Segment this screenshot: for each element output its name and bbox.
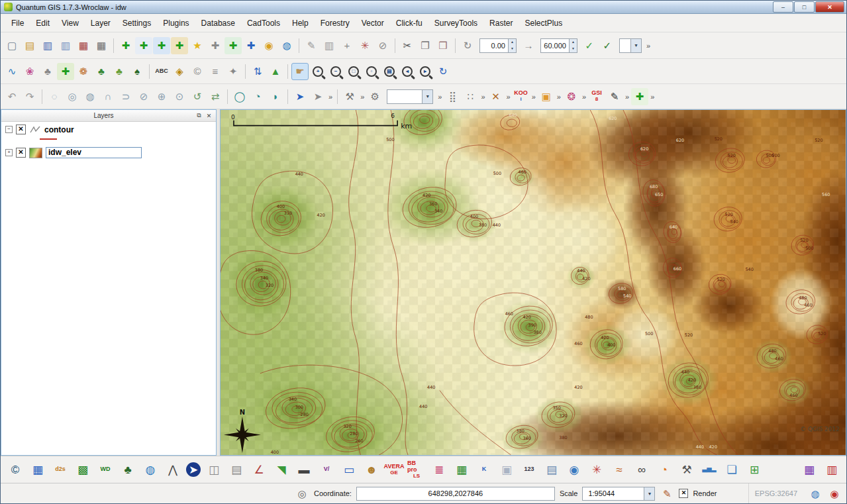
menu-layer[interactable]: Layer <box>85 16 116 30</box>
menu-cadtools[interactable]: CadTools <box>242 16 285 30</box>
stats-chart-icon[interactable]: ▃▅▂ <box>700 460 719 479</box>
forest-plugin-icon[interactable]: ♣ <box>119 460 137 479</box>
add-oracle-layer-icon[interactable]: ◉ <box>260 37 277 54</box>
blue-box-icon[interactable]: ❏ <box>722 460 741 479</box>
merge-features-icon[interactable]: ⊕ <box>153 88 170 105</box>
zoom-out-tool[interactable]: − <box>327 63 344 80</box>
save-project-as-icon[interactable]: ▥ <box>57 37 74 54</box>
cad-distance-spinbox[interactable]: 60.000▲▼ <box>540 38 577 53</box>
profile-ruler-icon[interactable]: ∠ <box>250 460 268 479</box>
rainbow-stack-icon[interactable]: ≣ <box>430 460 448 479</box>
point-pattern-icon[interactable]: ∷ <box>462 88 479 105</box>
raster-calculator-icon[interactable]: 123 <box>520 460 538 479</box>
toolbar-overflow-chevron[interactable]: » <box>650 93 654 101</box>
forestry-grass-icon[interactable]: ♣ <box>93 63 110 80</box>
web-plugin-icon[interactable]: ◉ <box>565 460 583 479</box>
add-spatialite-layer-icon[interactable]: ✚ <box>171 37 188 54</box>
zoom-to-selection-tool[interactable]: ▫ <box>363 63 380 80</box>
toolbar-overflow-chevron[interactable]: » <box>582 93 586 101</box>
layer-checkbox-idw-elev[interactable]: ✕ <box>16 148 26 158</box>
node-network-icon[interactable]: ✳ <box>356 37 374 54</box>
menu-help[interactable]: Help <box>287 16 314 30</box>
forestry-grass2-icon[interactable]: ♣ <box>111 63 128 80</box>
panel-close-icon[interactable]: ✕ <box>204 113 214 119</box>
koo-plugin-icon[interactable]: KOOi <box>513 88 530 105</box>
layer-name-contour[interactable]: contour <box>44 125 74 134</box>
notes-plugin-icon[interactable]: ▤ <box>542 460 561 479</box>
toolbar-overflow-chevron[interactable]: » <box>646 42 650 50</box>
split-features-icon[interactable]: ⊘ <box>135 88 152 105</box>
expander-icon[interactable]: + <box>5 149 13 156</box>
rotate-tool-icon[interactable]: ↻ <box>459 37 476 54</box>
layer-row-idw-elev[interactable]: + ✕ idw_elev <box>1 144 216 160</box>
print-composer-icon[interactable]: ▦ <box>93 37 110 54</box>
close-button[interactable]: ✕ <box>815 1 844 13</box>
zoom-next-tool[interactable]: ▸ <box>417 63 434 80</box>
minimize-button[interactable]: – <box>773 1 793 13</box>
new-project-icon[interactable]: ▢ <box>3 37 21 54</box>
mountains-plugin-icon[interactable]: ⋀ <box>164 460 182 479</box>
cad-arc-icon[interactable]: ◔ <box>249 88 266 105</box>
add-postgis-layer-icon[interactable]: ✚ <box>153 37 170 54</box>
cad-angle-spinbox[interactable]: 0.00▲▼ <box>479 38 517 53</box>
forestry-wave-icon[interactable]: ∿ <box>3 63 21 80</box>
print-icon[interactable]: ▦ <box>75 37 92 54</box>
user-plugin-icon[interactable]: ☻ <box>362 460 381 479</box>
toolbar-overflow-chevron[interactable]: » <box>557 93 561 101</box>
new-memory-layer-icon[interactable]: ✚ <box>631 88 648 105</box>
pan-map-tool[interactable]: ☛ <box>291 63 309 80</box>
cad-check-a-icon[interactable]: ✓ <box>581 37 598 54</box>
hammer-tools-icon[interactable]: ⚒ <box>677 460 696 479</box>
mmqgis-plugin-icon[interactable]: ▦ <box>800 460 819 479</box>
node-tool-icon[interactable]: ⊙ <box>171 88 188 105</box>
toolbar-overflow-chevron[interactable]: » <box>532 93 536 101</box>
snapping-gear-icon[interactable]: ⚙ <box>366 88 383 105</box>
menu-edit[interactable]: Edit <box>30 16 55 30</box>
photo-plugin-icon[interactable]: ▣ <box>497 460 516 479</box>
sketch-pencil-icon[interactable]: ✎ <box>606 88 623 105</box>
menu-view[interactable]: View <box>56 16 84 30</box>
maximize-button[interactable]: □ <box>794 1 815 13</box>
binoculars-icon[interactable]: ∞ <box>632 460 651 479</box>
attribute-table-icon[interactable]: ▦ <box>28 460 47 479</box>
undo-icon[interactable]: ↶ <box>3 88 21 105</box>
map-canvas[interactable]: 5004404204003303803403204203603404003804… <box>220 109 846 456</box>
menu-vector[interactable]: Vector <box>356 16 389 30</box>
add-web-layer-icon[interactable]: ◍ <box>278 37 295 54</box>
layer-row-contour[interactable]: − ✕ contour <box>1 122 216 136</box>
toolbar-overflow-chevron[interactable]: » <box>360 93 364 101</box>
menu-click-fu[interactable]: Click-fu <box>391 16 428 30</box>
bus-plugin-icon[interactable]: ▭ <box>340 460 358 479</box>
red-box-plugin-icon[interactable]: ▥ <box>822 460 841 479</box>
log-messages-icon[interactable]: ◉ <box>827 486 842 501</box>
add-wms-layer-icon[interactable]: ★ <box>189 37 206 54</box>
toolbar-overflow-chevron[interactable]: » <box>507 93 511 101</box>
color-wheel-icon[interactable]: ❂ <box>563 88 580 105</box>
leaf-plugin-icon[interactable]: ◥ <box>272 460 291 479</box>
folder-export-icon[interactable]: ▣ <box>538 88 555 105</box>
save-project-icon[interactable]: ▥ <box>39 37 56 54</box>
offset-symbols-icon[interactable]: ⇄ <box>207 88 224 105</box>
toggle-editing-off-icon[interactable]: ⊘ <box>374 37 391 54</box>
layer-checkbox-contour[interactable]: ✕ <box>16 125 26 134</box>
new-shapefile-layer-icon[interactable]: ✚ <box>207 37 224 54</box>
simplify-feature-icon[interactable]: ◌ <box>46 88 63 105</box>
coordinate-capture-icon[interactable]: ◎ <box>295 486 309 501</box>
measure-pencil-icon[interactable]: ✎ <box>303 37 320 54</box>
menu-settings[interactable]: Settings <box>117 16 156 30</box>
reshape-features-icon[interactable]: ∩ <box>99 88 117 105</box>
offset-tool-icon[interactable]: → <box>520 37 537 54</box>
select-cursor-icon[interactable]: ➤ <box>309 88 326 105</box>
render-paint-icon[interactable]: ✎ <box>660 486 674 501</box>
value-tool-icon[interactable]: V/ <box>317 460 336 479</box>
label-tool-icon[interactable]: ABC <box>153 63 170 80</box>
delete-part-icon[interactable]: ◍ <box>81 88 99 105</box>
copy-icon[interactable]: ❐ <box>417 37 434 54</box>
forestry-tree-icon[interactable]: ♠ <box>128 63 146 80</box>
cad-segment-icon[interactable]: ◗ <box>267 88 284 105</box>
toolbar-overflow-chevron[interactable]: » <box>438 93 442 101</box>
compass-plugin-icon[interactable]: ➤ <box>186 462 201 477</box>
add-raster-layer-icon[interactable]: ✚ <box>135 37 152 54</box>
offset-curve-icon[interactable]: ⊃ <box>117 88 134 105</box>
menu-forestry[interactable]: Forestry <box>315 16 355 30</box>
